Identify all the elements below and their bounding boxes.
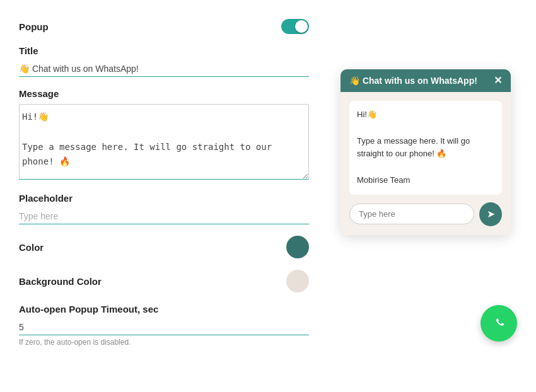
whatsapp-icon — [489, 311, 509, 336]
popup-msg-line2: Type a message here. It will go straight… — [357, 135, 494, 161]
popup-close-button[interactable]: ✕ — [494, 76, 502, 86]
popup-msg-line1: Hi!👋 — [357, 108, 494, 122]
popup-message-box: Hi!👋 Type a message here. It will go str… — [349, 101, 502, 195]
placeholder-setting: Placeholder — [19, 193, 309, 224]
popup-body: Hi!👋 Type a message here. It will go str… — [341, 92, 511, 235]
timeout-label: Auto-open Popup Timeout, sec — [19, 304, 158, 314]
color-picker[interactable] — [286, 236, 309, 258]
popup-header: 👋 Chat with us on WhatsApp! ✕ — [341, 69, 511, 92]
popup-input-row: ➤ — [349, 202, 502, 226]
popup-msg-line3: Mobirise Team — [357, 174, 494, 187]
message-textarea[interactable]: Hi!👋 Type a message here. It will go str… — [19, 104, 309, 180]
popup-setting: Popup — [19, 19, 309, 34]
popup-chat-input[interactable] — [349, 204, 474, 224]
title-input[interactable]: 👋 Chat with us on WhatsApp! — [19, 61, 309, 77]
color-label: Color — [19, 242, 44, 253]
popup-header-title: 👋 Chat with us on WhatsApp! — [349, 76, 477, 86]
message-label: Message — [19, 88, 59, 99]
popup-header-text: 👋 Chat with us on WhatsApp! — [349, 76, 477, 86]
send-icon: ➤ — [487, 208, 495, 220]
timeout-input[interactable] — [19, 320, 309, 335]
bg-color-setting: Background Color — [19, 270, 309, 292]
title-label: Title — [19, 45, 38, 56]
bg-color-label: Background Color — [19, 276, 102, 287]
title-setting: Title 👋 Chat with us on WhatsApp! — [19, 45, 309, 77]
whatsapp-fab[interactable] — [481, 305, 517, 342]
color-setting: Color — [19, 236, 309, 258]
popup-preview: 👋 Chat with us on WhatsApp! ✕ Hi!👋 Type … — [341, 69, 511, 235]
timeout-setting: Auto-open Popup Timeout, sec If zero, th… — [19, 304, 309, 347]
popup-send-button[interactable]: ➤ — [479, 202, 502, 226]
placeholder-label: Placeholder — [19, 193, 73, 204]
popup-toggle[interactable] — [281, 19, 309, 34]
bg-color-picker[interactable] — [286, 270, 309, 292]
preview-panel: 👋 Chat with us on WhatsApp! ✕ Hi!👋 Type … — [328, 13, 536, 379]
placeholder-input[interactable] — [19, 209, 309, 224]
message-setting: Message Hi!👋 Type a message here. It wil… — [19, 88, 309, 182]
popup-label: Popup — [19, 21, 49, 32]
timeout-hint: If zero, the auto-open is disabled. — [19, 338, 309, 347]
